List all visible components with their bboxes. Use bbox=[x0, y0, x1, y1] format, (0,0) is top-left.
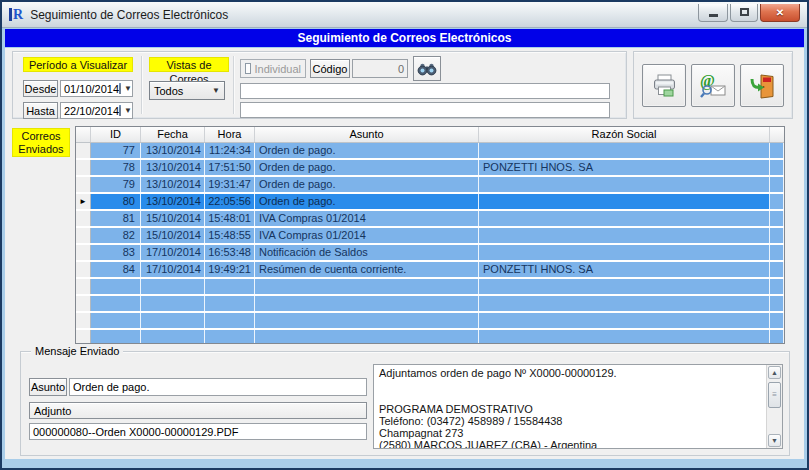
titlebar: R Seguimiento de Correos Electrónicos ✕ bbox=[2, 2, 807, 28]
scroll-up-icon[interactable]: ▲ bbox=[768, 366, 781, 379]
print-button[interactable] bbox=[642, 64, 686, 107]
cell-extra bbox=[770, 279, 784, 294]
scrollbar-thumb[interactable]: ≡ bbox=[768, 382, 781, 408]
cell-fecha: 17/10/2014 bbox=[141, 245, 205, 260]
header-fecha[interactable]: Fecha bbox=[141, 127, 205, 142]
table-row-empty[interactable] bbox=[76, 279, 784, 294]
row-selector[interactable] bbox=[76, 160, 91, 175]
row-selector[interactable] bbox=[76, 143, 91, 158]
table-row[interactable]: 8215/10/201415:48:55IVA Compras 01/2014 bbox=[76, 228, 784, 243]
row-selector[interactable] bbox=[76, 245, 91, 260]
row-selector[interactable] bbox=[76, 211, 91, 226]
cell-hora bbox=[205, 296, 255, 311]
adjunto-button[interactable]: Adjunto bbox=[29, 402, 367, 419]
cell-hora: 22:05:56 bbox=[205, 194, 255, 209]
codigo-field[interactable]: 0 bbox=[352, 59, 408, 78]
maximize-button[interactable] bbox=[730, 4, 758, 22]
cell-hora bbox=[205, 330, 255, 344]
message-line: (2580) MARCOS JUAREZ (CBA) - Argentina bbox=[379, 439, 761, 448]
cell-id: 82 bbox=[91, 228, 141, 243]
email-button[interactable]: @ bbox=[691, 64, 735, 107]
table-row-empty[interactable] bbox=[76, 313, 784, 328]
sent-message-group: Mensaje Enviado Asunto Orden de pago. Ad… bbox=[20, 351, 790, 456]
cell-fecha: 13/10/2014 bbox=[141, 177, 205, 192]
cell-extra bbox=[770, 143, 784, 158]
cell-hora bbox=[205, 313, 255, 328]
cell-extra bbox=[770, 245, 784, 260]
cell-asunto: IVA Compras 01/2014 bbox=[255, 211, 479, 226]
cell-razon-social bbox=[479, 279, 770, 294]
row-selector[interactable] bbox=[76, 279, 91, 294]
views-dropdown-value: Todos bbox=[154, 85, 183, 97]
cell-id: 81 bbox=[91, 211, 141, 226]
date-to-value: 22/10/2014 bbox=[64, 105, 119, 117]
individual-checkbox[interactable]: Individual bbox=[240, 59, 306, 78]
cell-hora: 17:51:50 bbox=[205, 160, 255, 175]
sent-message-group-label: Mensaje Enviado bbox=[31, 345, 123, 357]
search-button[interactable] bbox=[413, 56, 441, 81]
chevron-down-icon[interactable]: ▼ bbox=[124, 84, 132, 93]
table-row[interactable]: 7713/10/201411:24:34Orden de pago. bbox=[76, 143, 784, 158]
cell-id: 80 bbox=[91, 194, 141, 209]
table-row[interactable]: 8317/10/201416:53:48Notificación de Sald… bbox=[76, 245, 784, 260]
date-from-field[interactable]: 01/10/2014 ▼ bbox=[60, 80, 133, 97]
table-row[interactable]: 7813/10/201417:51:50Orden de pago.PONZET… bbox=[76, 160, 784, 175]
cell-razon-social: PONZETTI HNOS. SA bbox=[479, 160, 770, 175]
message-body-box[interactable]: Adjuntamos orden de pago Nº X0000-000001… bbox=[373, 364, 783, 449]
header-razon-social[interactable]: Razón Social bbox=[479, 127, 770, 142]
scroll-down-icon[interactable]: ▼ bbox=[768, 434, 781, 447]
cell-asunto: Orden de pago. bbox=[255, 143, 479, 158]
adjunto-field[interactable]: 000000080--Orden X0000-00000129.PDF bbox=[29, 423, 367, 440]
cell-razon-social bbox=[479, 296, 770, 311]
cell-asunto bbox=[255, 296, 479, 311]
adjunto-value: 000000080--Orden X0000-00000129.PDF bbox=[33, 426, 238, 438]
table-row[interactable]: 8417/10/201419:49:21Resúmen de cuenta co… bbox=[76, 262, 784, 277]
close-button[interactable]: ✕ bbox=[760, 4, 800, 22]
table-body: 7713/10/201411:24:34Orden de pago.7813/1… bbox=[76, 143, 784, 344]
views-dropdown[interactable]: Todos ▼ bbox=[149, 81, 225, 100]
minimize-button[interactable] bbox=[698, 4, 728, 22]
cell-asunto: Notificación de Saldos bbox=[255, 245, 479, 260]
chevron-down-icon[interactable]: ▼ bbox=[124, 106, 132, 115]
calendar-icon[interactable] bbox=[119, 83, 121, 94]
table-row[interactable]: 7913/10/201419:31:47Orden de pago. bbox=[76, 177, 784, 192]
filter-text-field-2[interactable] bbox=[240, 102, 610, 118]
table-row-empty[interactable] bbox=[76, 296, 784, 311]
filter-text-field-1[interactable] bbox=[240, 83, 610, 99]
asunto-button[interactable]: Asunto bbox=[29, 378, 67, 396]
vertical-scrollbar[interactable]: ▲ ≡ ▼ bbox=[766, 365, 782, 448]
cell-asunto: Orden de pago. bbox=[255, 160, 479, 175]
calendar-icon[interactable] bbox=[119, 105, 121, 116]
row-selector[interactable] bbox=[76, 296, 91, 311]
row-selector[interactable] bbox=[76, 313, 91, 328]
row-selector[interactable] bbox=[76, 330, 91, 344]
views-label: Vistas de Correos bbox=[149, 57, 229, 72]
cell-razon-social: PONZETTI HNOS. SA bbox=[479, 262, 770, 277]
asunto-field[interactable]: Orden de pago. bbox=[69, 378, 367, 396]
binoculars-icon bbox=[417, 62, 437, 76]
header-asunto[interactable]: Asunto bbox=[255, 127, 479, 142]
cell-hora: 15:48:01 bbox=[205, 211, 255, 226]
checkbox-icon[interactable] bbox=[245, 63, 251, 74]
table-row[interactable]: ►8013/10/201422:05:56Orden de pago. bbox=[76, 194, 784, 209]
row-selector[interactable]: ► bbox=[76, 194, 91, 209]
row-selector[interactable] bbox=[76, 177, 91, 192]
table-row-empty[interactable] bbox=[76, 330, 784, 344]
cell-id bbox=[91, 296, 141, 311]
row-selector[interactable] bbox=[76, 228, 91, 243]
date-to-field[interactable]: 22/10/2014 ▼ bbox=[60, 102, 133, 119]
header-hora[interactable]: Hora bbox=[205, 127, 255, 142]
row-selector[interactable] bbox=[76, 262, 91, 277]
printer-icon bbox=[651, 72, 678, 99]
cell-razon-social bbox=[479, 313, 770, 328]
table-row[interactable]: 8115/10/201415:48:01IVA Compras 01/2014 bbox=[76, 211, 784, 226]
app-logo-icon: R bbox=[9, 7, 23, 22]
codigo-button[interactable]: Código bbox=[310, 59, 350, 78]
header-extra bbox=[770, 127, 784, 142]
desde-button[interactable]: Desde bbox=[23, 80, 58, 97]
header-id[interactable]: ID bbox=[91, 127, 141, 142]
cell-hora: 19:49:21 bbox=[205, 262, 255, 277]
cell-extra bbox=[770, 211, 784, 226]
exit-button[interactable] bbox=[740, 64, 784, 107]
hasta-button[interactable]: Hasta bbox=[23, 102, 58, 119]
